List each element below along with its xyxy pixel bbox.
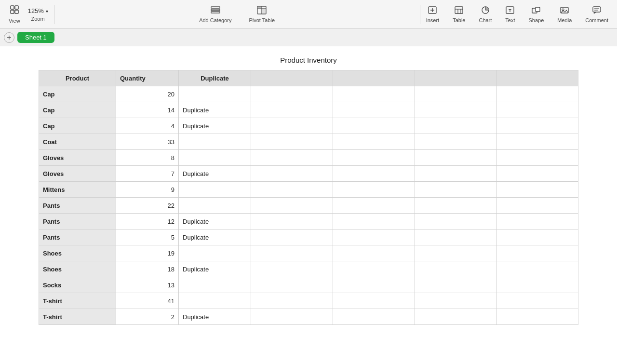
header-empty-1[interactable] — [251, 70, 333, 86]
cell-duplicate[interactable]: Duplicate — [179, 166, 251, 182]
cell-quantity[interactable]: 2 — [116, 309, 179, 325]
header-quantity[interactable]: Quantity — [116, 70, 179, 86]
cell-empty-3[interactable] — [415, 277, 496, 293]
header-product[interactable]: Product — [39, 70, 116, 86]
cell-empty-3[interactable] — [415, 245, 496, 261]
cell-empty-4[interactable] — [496, 277, 578, 293]
cell-quantity[interactable]: 8 — [116, 150, 179, 166]
cell-empty-2[interactable] — [333, 150, 415, 166]
cell-empty-2[interactable] — [333, 277, 415, 293]
cell-quantity[interactable]: 9 — [116, 182, 179, 198]
cell-product[interactable]: Mittens — [39, 182, 116, 198]
cell-empty-2[interactable] — [333, 102, 415, 118]
cell-empty-1[interactable] — [251, 214, 333, 229]
cell-empty-1[interactable] — [251, 150, 333, 166]
header-empty-3[interactable] — [415, 70, 496, 86]
cell-empty-1[interactable] — [251, 86, 333, 102]
cell-quantity[interactable]: 4 — [116, 118, 179, 134]
table-button[interactable]: Table — [450, 4, 468, 25]
cell-duplicate[interactable]: Duplicate — [179, 229, 251, 245]
cell-empty-1[interactable] — [251, 261, 333, 277]
cell-empty-3[interactable] — [415, 150, 496, 166]
cell-empty-2[interactable] — [333, 86, 415, 102]
cell-product[interactable]: Coat — [39, 134, 116, 150]
header-empty-2[interactable] — [333, 70, 415, 86]
cell-duplicate[interactable] — [179, 293, 251, 309]
cell-empty-4[interactable] — [496, 134, 578, 150]
cell-product[interactable]: Gloves — [39, 150, 116, 166]
cell-empty-3[interactable] — [415, 166, 496, 182]
cell-duplicate[interactable] — [179, 150, 251, 166]
cell-empty-1[interactable] — [251, 134, 333, 150]
cell-empty-1[interactable] — [251, 166, 333, 182]
cell-empty-1[interactable] — [251, 309, 333, 325]
cell-empty-4[interactable] — [496, 118, 578, 134]
cell-duplicate[interactable] — [179, 134, 251, 150]
cell-empty-4[interactable] — [496, 214, 578, 229]
cell-product[interactable]: Gloves — [39, 166, 116, 182]
cell-duplicate[interactable] — [179, 86, 251, 102]
cell-empty-4[interactable] — [496, 166, 578, 182]
cell-quantity[interactable]: 13 — [116, 277, 179, 293]
cell-duplicate[interactable]: Duplicate — [179, 102, 251, 118]
cell-empty-2[interactable] — [333, 229, 415, 245]
cell-quantity[interactable]: 12 — [116, 214, 179, 229]
cell-product[interactable]: Cap — [39, 86, 116, 102]
shape-button[interactable]: Shape — [526, 4, 547, 25]
cell-empty-2[interactable] — [333, 134, 415, 150]
add-sheet-button[interactable]: + — [4, 32, 14, 43]
cell-empty-2[interactable] — [333, 118, 415, 134]
cell-empty-3[interactable] — [415, 229, 496, 245]
cell-empty-2[interactable] — [333, 293, 415, 309]
cell-empty-3[interactable] — [415, 214, 496, 229]
cell-empty-4[interactable] — [496, 309, 578, 325]
chart-button[interactable]: Chart — [476, 4, 495, 25]
cell-quantity[interactable]: 7 — [116, 166, 179, 182]
cell-empty-4[interactable] — [496, 261, 578, 277]
cell-empty-1[interactable] — [251, 293, 333, 309]
cell-empty-3[interactable] — [415, 182, 496, 198]
cell-empty-4[interactable] — [496, 86, 578, 102]
cell-duplicate[interactable] — [179, 198, 251, 214]
cell-empty-1[interactable] — [251, 245, 333, 261]
cell-empty-1[interactable] — [251, 182, 333, 198]
cell-empty-4[interactable] — [496, 150, 578, 166]
cell-duplicate[interactable]: Duplicate — [179, 309, 251, 325]
insert-button[interactable]: Insert — [423, 4, 443, 25]
cell-product[interactable]: T-shirt — [39, 293, 116, 309]
cell-empty-4[interactable] — [496, 293, 578, 309]
header-empty-4[interactable] — [496, 70, 578, 86]
cell-quantity[interactable]: 33 — [116, 134, 179, 150]
cell-empty-1[interactable] — [251, 277, 333, 293]
cell-empty-2[interactable] — [333, 214, 415, 229]
cell-quantity[interactable]: 19 — [116, 245, 179, 261]
cell-empty-3[interactable] — [415, 293, 496, 309]
cell-duplicate[interactable] — [179, 245, 251, 261]
cell-empty-2[interactable] — [333, 309, 415, 325]
pivot-table-button[interactable]: Pivot Table — [246, 4, 278, 25]
cell-empty-4[interactable] — [496, 102, 578, 118]
cell-product[interactable]: Cap — [39, 102, 116, 118]
cell-empty-4[interactable] — [496, 229, 578, 245]
cell-quantity[interactable]: 14 — [116, 102, 179, 118]
cell-empty-1[interactable] — [251, 198, 333, 214]
cell-empty-4[interactable] — [496, 245, 578, 261]
cell-quantity[interactable]: 22 — [116, 198, 179, 214]
add-category-button[interactable]: Add Category — [196, 4, 234, 25]
cell-product[interactable]: Pants — [39, 229, 116, 245]
cell-empty-3[interactable] — [415, 118, 496, 134]
comment-button[interactable]: Comment — [582, 4, 611, 25]
cell-empty-1[interactable] — [251, 229, 333, 245]
cell-empty-3[interactable] — [415, 102, 496, 118]
cell-quantity[interactable]: 5 — [116, 229, 179, 245]
cell-empty-2[interactable] — [333, 245, 415, 261]
cell-product[interactable]: Pants — [39, 198, 116, 214]
cell-empty-2[interactable] — [333, 182, 415, 198]
cell-product[interactable]: Cap — [39, 118, 116, 134]
cell-empty-3[interactable] — [415, 309, 496, 325]
cell-duplicate[interactable] — [179, 182, 251, 198]
cell-empty-2[interactable] — [333, 198, 415, 214]
media-button[interactable]: Media — [554, 4, 575, 25]
cell-empty-2[interactable] — [333, 166, 415, 182]
header-duplicate[interactable]: Duplicate — [179, 70, 251, 86]
